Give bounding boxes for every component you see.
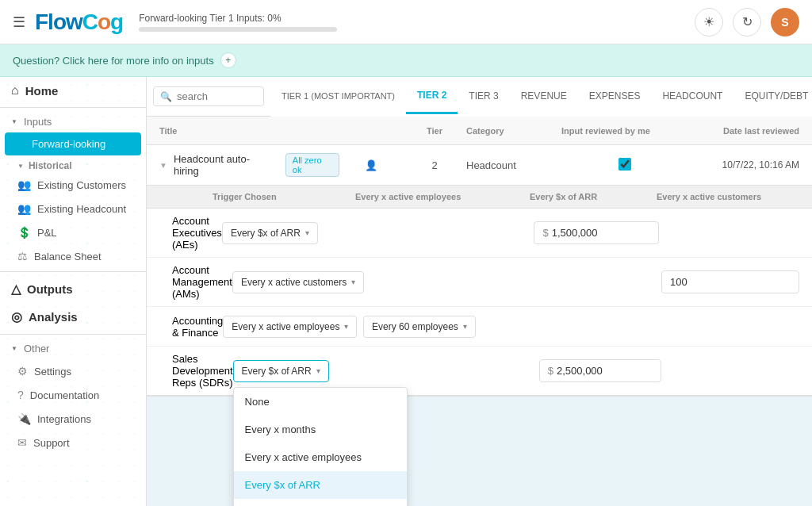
sidebar-item-outputs[interactable]: △ Outputs (0, 275, 146, 303)
table-row: Sales Development Reps (SDRs) Every $x o… (147, 347, 812, 396)
sidebar-item-documentation[interactable]: ? Documentation (0, 383, 146, 407)
sidebar-item-other[interactable]: Other (0, 338, 146, 359)
af-trigger-dropdown[interactable]: Every x active employees ▾ (223, 316, 357, 338)
tab-headcount[interactable]: HEADCOUNT (651, 79, 733, 114)
row-sdr-name: Sales Development Reps (SDRs) (172, 353, 233, 389)
row-sdr-trigger: Every $x of ARR ▾ None Every x months Ev… (233, 360, 371, 382)
reviewed-checkbox[interactable] (619, 158, 631, 171)
progress-bar-bg (139, 27, 337, 32)
row-expand-icon[interactable]: ▼ (159, 161, 167, 170)
scale-icon: ⚖ (17, 250, 28, 263)
headcount-title-cell: ▼ Headcount auto-hiring All zero ok (159, 153, 339, 177)
outputs-label: Outputs (27, 282, 73, 296)
row-am-trigger: Every x active customers ▾ (232, 271, 370, 293)
search-input[interactable] (177, 90, 257, 102)
infobar[interactable]: Question? Click here for more info on in… (0, 44, 812, 77)
main-content: 🔍 TIER 1 (MOST IMPORTANT) TIER 2 TIER 3 … (147, 77, 812, 506)
sidebar-item-historical[interactable]: Historical (0, 155, 146, 173)
sidebar-item-home[interactable]: ⌂ Home (0, 77, 146, 104)
sidebar-item-pnl[interactable]: 💲 P&L (0, 220, 146, 244)
progress-label: Forward-looking Tier 1 Inputs: 0% (139, 13, 695, 24)
header-reviewed: Input reviewed by me (561, 126, 688, 136)
row-am-customers: 100 (661, 270, 799, 293)
people-icon: 👥 (17, 178, 31, 191)
dollar-icon: 💲 (17, 226, 31, 239)
search-box[interactable]: 🔍 (153, 86, 264, 106)
theme-toggle[interactable]: ☀ (695, 8, 723, 36)
header-category: Category (466, 126, 561, 136)
sidebar-item-settings[interactable]: ⚙ Settings (0, 359, 146, 383)
menu-icon[interactable]: ☰ (13, 13, 25, 31)
progress-section: Forward-looking Tier 1 Inputs: 0% (139, 13, 695, 32)
logo: FlowCog (35, 10, 123, 35)
infobar-text: Question? Click here for more info on in… (13, 55, 214, 67)
avatar[interactable]: S (771, 8, 799, 36)
row-ae-name: Account Executives (AEs) (172, 215, 222, 251)
dropdown-arrow-icon: ▾ (463, 322, 467, 331)
headcount-icon: 👥 (17, 202, 31, 215)
sidebar-item-existing-customers[interactable]: 👥 Existing Customers (0, 173, 146, 197)
dropdown-arrow-icon: ▾ (344, 322, 348, 331)
headcount-title-text: Headcount auto-hiring (174, 153, 273, 177)
dropdown-arrow-icon: ▾ (305, 228, 309, 237)
sidebar-item-existing-headcount[interactable]: 👥 Existing Headcount (0, 197, 146, 220)
table-row: Accounting & Finance Every x active empl… (147, 307, 812, 347)
am-trigger-value: Every x active customers (241, 277, 347, 288)
sdr-arr-input[interactable]: $ 2,500,000 (539, 359, 661, 382)
existing-customers-label: Existing Customers (37, 179, 126, 191)
all-zero-badge: All zero ok (285, 153, 339, 177)
sidebar-item-integrations[interactable]: 🔌 Integrations (0, 407, 146, 431)
sub-table-header: Trigger Chosen Every x active employees … (147, 186, 812, 209)
sidebar-home-label: Home (25, 84, 59, 98)
tab-revenue[interactable]: REVENUE (510, 79, 578, 114)
am-trigger-dropdown[interactable]: Every x active customers ▾ (232, 271, 364, 293)
infobar-plus-button[interactable]: + (220, 52, 236, 68)
menu-item-none[interactable]: None (234, 388, 407, 416)
sidebar-item-analysis[interactable]: ◎ Analysis (0, 303, 146, 331)
menu-item-months[interactable]: Every x months (234, 416, 407, 443)
outputs-icon: △ (11, 282, 21, 297)
headcount-reviewed (561, 158, 688, 173)
home-icon: ⌂ (11, 83, 19, 98)
tab-tier2[interactable]: TIER 2 (406, 79, 458, 114)
row-ae-trigger: Every $x of ARR ▾ (222, 222, 362, 244)
headcount-date: 10/7/22, 10:16 AM (688, 159, 799, 171)
historical-label: Historical (29, 160, 72, 171)
forward-looking-label: Forward-looking (32, 138, 105, 150)
analysis-label: Analysis (29, 310, 78, 324)
af-employees-value: Every 60 employees (372, 321, 458, 332)
refresh-button[interactable]: ↻ (733, 8, 761, 36)
ae-trigger-dropdown[interactable]: Every $x of ARR ▾ (222, 222, 318, 244)
tab-equity[interactable]: EQUITY/DEBT (733, 79, 812, 114)
header-date: Date last reviewed (688, 126, 799, 136)
sidebar-item-inputs[interactable]: Inputs (0, 111, 146, 132)
sidebar-item-support[interactable]: ✉ Support (0, 431, 146, 454)
tab-expenses[interactable]: EXPENSES (578, 79, 652, 114)
headcount-category: Headcount (466, 159, 561, 171)
analysis-icon: ◎ (11, 309, 22, 324)
row-af-trigger: Every x active employees ▾ (223, 316, 363, 338)
sub-table: Trigger Chosen Every x active employees … (147, 186, 812, 397)
tabbar: TIER 1 (MOST IMPORTANT) TIER 2 TIER 3 RE… (270, 77, 812, 117)
sidebar-item-forward-looking[interactable]: ⇒ Forward-looking (5, 132, 141, 155)
menu-item-employees[interactable]: Every x active employees (234, 443, 407, 471)
menu-item-customers[interactable]: Every x active customers (234, 499, 407, 507)
sdr-trigger-dropdown[interactable]: Every $x of ARR ▾ (233, 360, 329, 382)
layout: ⌂ Home Inputs ⇒ Forward-looking Historic… (0, 77, 812, 506)
existing-headcount-label: Existing Headcount (37, 203, 126, 215)
row-af-employees: Every 60 employees ▾ (363, 316, 534, 338)
sidebar-item-balance-sheet[interactable]: ⚖ Balance Sheet (0, 244, 146, 268)
ae-arr-input[interactable]: $ 1,500,000 (534, 221, 658, 244)
table-row: Account Management (AMs) Every x active … (147, 258, 812, 307)
arrow-right-icon: ⇒ (17, 139, 25, 150)
tab-tier3[interactable]: TIER 3 (458, 79, 509, 114)
tab-tier1[interactable]: TIER 1 (MOST IMPORTANT) (270, 79, 406, 114)
am-customers-input[interactable]: 100 (661, 270, 799, 293)
support-icon: ✉ (17, 436, 27, 449)
sub-header-employees: Every x active employees (355, 192, 530, 201)
row-am-name: Account Management (AMs) (172, 264, 232, 300)
af-employees-dropdown[interactable]: Every 60 employees ▾ (363, 316, 476, 338)
menu-item-arr[interactable]: Every $x of ARR (234, 471, 407, 499)
dropdown-arrow-icon: ▾ (351, 278, 355, 286)
doc-icon: ? (17, 389, 24, 401)
